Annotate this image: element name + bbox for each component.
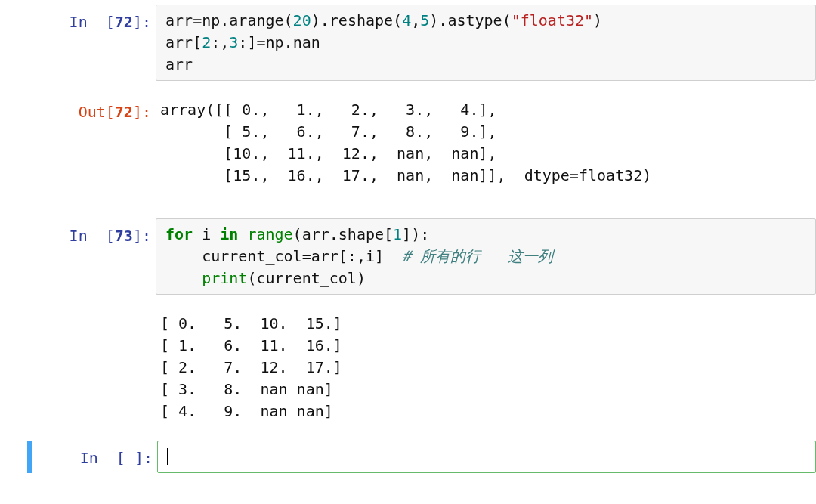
cell-73-stdout: [ 0. 5. 10. 15.] [ 1. 6. 11. 16.] [ 2. 7… — [0, 308, 816, 427]
token-number: 20 — [293, 11, 311, 29]
prompt-close: ]: — [133, 227, 151, 245]
prompt-close: ]: — [133, 103, 151, 121]
prompt-number: 72 — [115, 13, 133, 31]
prompt-number: 72 — [115, 103, 133, 121]
token: ( — [502, 11, 512, 29]
token: arr[:,i] — [311, 247, 402, 265]
text-cursor-icon — [167, 448, 168, 465]
prompt-out-label: Out[ — [79, 103, 115, 121]
notebook-viewport: In [72]: arr=np.arange(20).reshape(4,5).… — [0, 0, 816, 504]
prompt-empty — [0, 308, 151, 315]
token: [ — [193, 33, 202, 51]
cell-72-input[interactable]: In [72]: arr=np.arange(20).reshape(4,5).… — [0, 5, 816, 81]
token: . — [284, 33, 293, 51]
token: :, — [211, 33, 229, 51]
token: = — [256, 33, 265, 51]
prompt-in-label: In [ ]: — [80, 449, 153, 467]
token: nan — [293, 33, 320, 51]
prompt-in-label: In [ — [70, 13, 115, 31]
token: (arr.shape[ — [293, 225, 393, 243]
spacer — [0, 427, 816, 441]
code-area-72[interactable]: arr=np.arange(20).reshape(4,5).astype("f… — [156, 5, 816, 81]
spacer — [0, 191, 816, 205]
token-keyword: in — [220, 225, 238, 243]
token: = — [193, 11, 202, 29]
token: ]): — [402, 225, 429, 243]
prompt-number: 73 — [115, 227, 133, 245]
token: ) — [593, 11, 602, 29]
token: arr — [165, 11, 193, 29]
token: np — [266, 33, 284, 51]
prompt-in-73: In [73]: — [0, 218, 151, 247]
token: arange — [229, 11, 283, 29]
token: (current_col) — [247, 269, 366, 287]
token-string: "float32" — [512, 11, 593, 29]
spacer — [0, 295, 816, 308]
token-number: 2 — [202, 33, 211, 51]
spacer — [0, 81, 816, 94]
token: . — [220, 11, 229, 29]
token: = — [302, 247, 311, 265]
token: astype — [447, 11, 502, 29]
token: arr — [165, 33, 193, 51]
token-keyword: for — [165, 225, 193, 243]
token: arr — [165, 55, 193, 73]
token-number: 4 — [402, 11, 411, 29]
token: current_col — [165, 247, 302, 265]
token-comment: # 所有的行 这一列 — [402, 247, 553, 265]
cell-73-input[interactable]: In [73]: for i in range(arr.shape[1]): c… — [0, 218, 816, 295]
token: , — [411, 11, 420, 29]
token-builtin: print — [202, 269, 247, 287]
token: ). — [429, 11, 447, 29]
token — [238, 225, 247, 243]
prompt-in-new: In [ ]: — [32, 441, 153, 469]
token: np — [202, 11, 220, 29]
cell-72-output: Out[72]: array([[ 0., 1., 2., 3., 4.], [… — [0, 94, 816, 191]
token-number: 5 — [420, 11, 429, 29]
token: i — [193, 225, 220, 243]
prompt-in-72: In [72]: — [0, 5, 151, 33]
output-text-73: [ 0. 5. 10. 15.] [ 1. 6. 11. 16.] [ 2. 7… — [156, 308, 816, 427]
token: ( — [393, 11, 402, 29]
token-builtin: range — [247, 225, 292, 243]
prompt-in-label: In [ — [70, 227, 115, 245]
token-number: 1 — [393, 225, 402, 243]
cell-new-input[interactable]: In [ ]: — [27, 441, 816, 473]
output-text-72: array([[ 0., 1., 2., 3., 4.], [ 5., 6., … — [156, 94, 816, 191]
prompt-out-72: Out[72]: — [0, 94, 151, 123]
token — [165, 269, 202, 287]
token: ). — [311, 11, 329, 29]
token: ( — [284, 11, 293, 29]
prompt-close: ]: — [133, 13, 151, 31]
token-number: 3 — [229, 33, 238, 51]
token: :] — [238, 33, 256, 51]
spacer — [0, 205, 816, 218]
code-area-new[interactable] — [157, 441, 816, 473]
token: reshape — [329, 11, 393, 29]
code-area-73[interactable]: for i in range(arr.shape[1]): current_co… — [156, 218, 816, 295]
